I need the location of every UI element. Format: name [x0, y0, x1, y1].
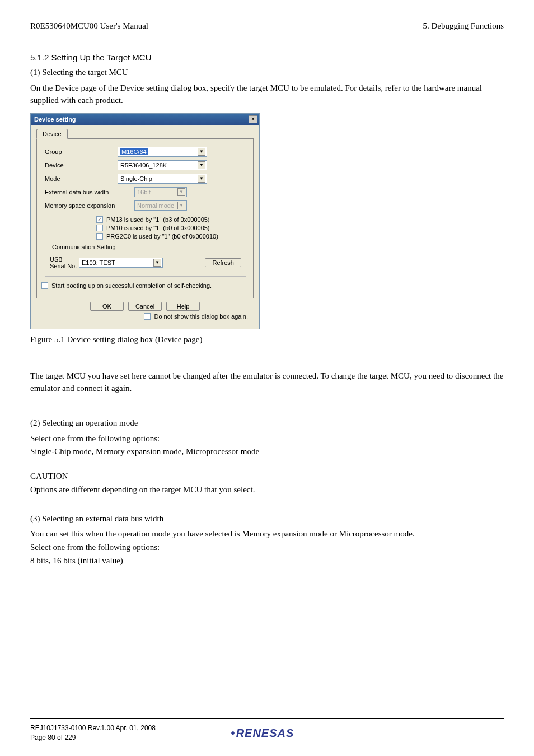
noshow-row: Do not show this dialog box again.	[36, 313, 254, 324]
ok-button[interactable]: OK	[90, 302, 124, 311]
label-mem-exp: Memory space expansion	[45, 202, 134, 209]
subsection-1-label: (1) Selecting the target MCU	[30, 67, 504, 79]
checkbox-pm13[interactable]: ✓	[96, 216, 103, 223]
combo-mode-value: Single-Chip	[120, 175, 152, 182]
chevron-down-icon[interactable]: ▼	[198, 161, 205, 169]
subsection-2-label: (2) Selecting an operation mode	[30, 417, 504, 430]
communication-setting-group: Communication Setting USB Serial No. E10…	[45, 248, 246, 277]
label-device: Device	[45, 162, 118, 169]
close-icon[interactable]: ×	[249, 115, 257, 123]
check-pm13-row: ✓ PM13 is used by "1" (b3 of 0x000005)	[96, 216, 246, 223]
refresh-button[interactable]: Refresh	[205, 258, 241, 267]
check-pm10-label: PM10 is used by "1" (b0 of 0x000005)	[106, 225, 210, 231]
label-group: Group	[45, 148, 118, 155]
page-footer: REJ10J1733-0100 Rev.1.00 Apr. 01, 2008 P…	[30, 718, 504, 743]
subsection-3-text3: 8 bits, 16 bits (initial value)	[30, 555, 504, 567]
label-ext-bus: External data bus width	[45, 189, 134, 195]
combo-ext-bus: 16bit ▼	[134, 187, 187, 197]
subsection-3-label: (3) Selecting an external data bus width	[30, 513, 504, 525]
subsection-3-text1: You can set this when the operation mode…	[30, 528, 504, 540]
device-setting-dialog: Device setting × Device Group M16C/64 ▼ …	[30, 113, 260, 329]
group-legend: Communication Setting	[50, 244, 118, 250]
checkbox-noshow[interactable]	[144, 313, 151, 320]
dialog-title: Device setting	[34, 116, 76, 123]
subsection-3-text2: Select one from the following options:	[30, 542, 504, 554]
checkbox-pm10[interactable]	[96, 225, 103, 231]
combo-device-value: R5F36406_128K	[120, 162, 167, 169]
help-button[interactable]: Help	[166, 302, 200, 311]
combo-ext-bus-value: 16bit	[137, 189, 151, 195]
check-prg2c0-label: PRG2C0 is used by "1" (b0 of 0x000010)	[106, 233, 218, 240]
chevron-down-icon: ▼	[177, 202, 185, 209]
footer-line1: REJ10J1733-0100 Rev.1.00 Apr. 01, 2008	[30, 724, 156, 733]
section-title: 5.1.2 Setting Up the Target MCU	[30, 53, 504, 62]
dialog-titlebar: Device setting ×	[31, 114, 259, 125]
chevron-down-icon: ▼	[177, 188, 185, 196]
tab-strip: Device	[36, 128, 254, 139]
chevron-down-icon[interactable]: ▼	[153, 259, 161, 267]
figure-caption: Figure 5.1 Device setting dialog box (De…	[30, 335, 504, 344]
combo-usb-serial[interactable]: E100: TEST ▼	[79, 258, 163, 268]
combo-group-value: M16C/64	[120, 148, 148, 155]
combo-mem-exp-value: Normal mode	[137, 202, 174, 209]
combo-mem-exp: Normal mode ▼	[134, 200, 187, 211]
caution-text: Options are different depending on the t…	[30, 484, 504, 496]
device-panel: Group M16C/64 ▼ Device R5F36406_128K ▼ M…	[36, 139, 254, 298]
dialog-buttons: OK Cancel Help	[36, 298, 254, 313]
check-start-boot-label: Start booting up on successful completio…	[51, 282, 212, 289]
check-pm10-row: PM10 is used by "1" (b0 of 0x000005)	[96, 225, 246, 231]
tab-device[interactable]: Device	[36, 129, 68, 139]
page-header: R0E530640MCU00 User's Manual 5. Debuggin…	[30, 21, 504, 32]
caution-label: CAUTION	[30, 470, 504, 483]
label-mode: Mode	[45, 175, 118, 182]
check-pm13-label: PM13 is used by "1" (b3 of 0x000005)	[106, 216, 210, 223]
combo-mode[interactable]: Single-Chip ▼	[118, 174, 207, 184]
check-noshow-label: Do not show this dialog box again.	[154, 313, 248, 320]
chevron-down-icon[interactable]: ▼	[198, 148, 205, 156]
cancel-button[interactable]: Cancel	[128, 302, 162, 311]
subsection-2-text2: Single-Chip mode, Memory expansion mode,…	[30, 446, 504, 458]
combo-usb-serial-value: E100: TEST	[82, 259, 115, 266]
combo-device[interactable]: R5F36406_128K ▼	[118, 160, 207, 170]
subsection-1-text: On the Device page of the Device setting…	[30, 82, 504, 107]
label-usb-serial: USB Serial No.	[50, 256, 79, 269]
chevron-down-icon[interactable]: ▼	[198, 175, 205, 183]
combo-group[interactable]: M16C/64 ▼	[118, 147, 207, 157]
checkbox-prg2c0[interactable]	[96, 233, 103, 240]
subsection-2-text1: Select one from the following options:	[30, 433, 504, 445]
footer-line2: Page 80 of 229	[30, 733, 156, 743]
check-prg2c0-row: PRG2C0 is used by "1" (b0 of 0x000010)	[96, 233, 246, 240]
header-right: 5. Debugging Functions	[423, 21, 504, 31]
checkbox-start-boot[interactable]	[41, 282, 48, 289]
renesas-logo: •RENESAS	[231, 727, 294, 740]
paragraph-target-mcu-note: The target MCU you have set here cannot …	[30, 370, 504, 395]
header-left: R0E530640MCU00 User's Manual	[30, 21, 148, 31]
